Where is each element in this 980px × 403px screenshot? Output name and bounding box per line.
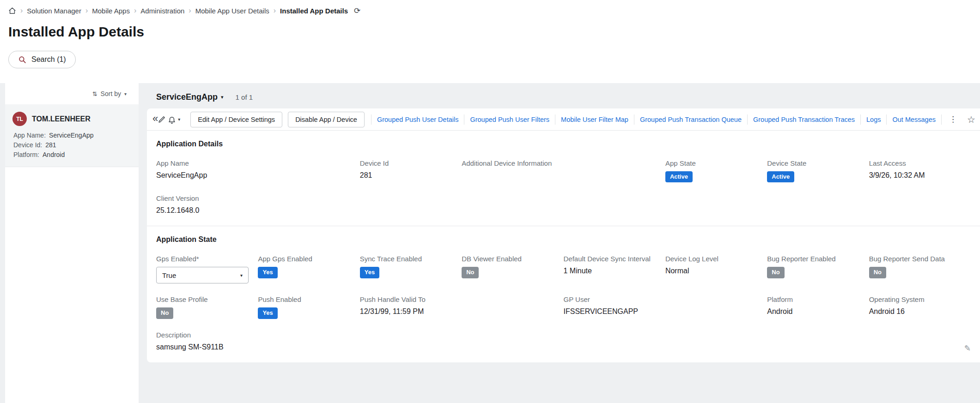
field-label: DB Viewer Enabled	[462, 255, 563, 263]
pen-icon[interactable]: ✎	[964, 343, 971, 353]
refresh-icon[interactable]: ⟳	[354, 7, 360, 15]
field-label: App Name:	[13, 132, 46, 139]
section-title: Application State	[156, 235, 971, 244]
field-row: App Name ServiceEngApp Device Id 281 Add…	[156, 159, 971, 182]
field-value: Android	[767, 307, 869, 317]
toolbar-links: Grouped Push User Details Grouped Push U…	[371, 112, 942, 127]
field-label: Bug Reporter Enabled	[767, 255, 869, 263]
more-options-icon[interactable]: ⋮	[946, 113, 960, 126]
field-value: 281	[45, 141, 56, 149]
field-value: IFSSERVICEENGAPP	[564, 307, 767, 317]
field-row: Gps Enabled* True ▾ App Gps Enabled Yes …	[156, 255, 971, 283]
search-icon	[18, 55, 27, 64]
link-logs[interactable]: Logs	[860, 114, 886, 125]
field-label: Bug Reporter Send Data	[869, 255, 971, 263]
field-last-access: Last Access 3/9/26, 10:32 AM	[869, 159, 971, 182]
field-app-name: App Name ServiceEngApp	[156, 159, 360, 182]
list-item-field-device-id: Device Id:281	[13, 141, 131, 149]
field-label: Platform	[767, 295, 869, 303]
link-out-messages[interactable]: Out Messages	[886, 114, 942, 125]
field-label: Last Access	[869, 159, 971, 167]
field-gp-user: GP User IFSSERVICEENGAPP	[564, 295, 767, 319]
status-badge: No	[462, 267, 479, 278]
breadcrumb-separator-icon: ›	[85, 7, 88, 14]
field-value: 12/31/99, 11:59 PM	[360, 307, 564, 317]
breadcrumb-administration[interactable]: Administration	[140, 7, 184, 15]
field-label: Default Device Sync Interval	[564, 255, 665, 263]
breadcrumb-mobile-app-user-details[interactable]: Mobile App User Details	[195, 7, 269, 15]
record-header: ServiceEngApp ▾ 1 of 1	[147, 83, 980, 108]
field-additional-device-information: Additional Device Information	[462, 159, 665, 182]
record-title[interactable]: ServiceEngApp	[156, 92, 218, 102]
list-item-header: TL TOM.LEENHEER	[12, 112, 131, 126]
field-value	[462, 171, 665, 180]
status-badge: Yes	[360, 267, 379, 278]
status-badge-app-state: Active	[665, 171, 693, 182]
breadcrumb-solution-manager[interactable]: Solution Manager	[27, 7, 81, 15]
page-header: › Solution Manager › Mobile Apps › Admin…	[0, 0, 980, 83]
list-item-name: TOM.LEENHEER	[32, 115, 91, 123]
sidebar: ⇅ Sort by ▾ TL TOM.LEENHEER App Name:Ser…	[5, 83, 139, 403]
field-gps-enabled: Gps Enabled* True ▾	[156, 255, 258, 283]
field-label: Description	[156, 331, 360, 339]
sort-by-label: Sort by	[101, 90, 121, 97]
field-label: Operating System	[869, 295, 971, 303]
link-grouped-push-transaction-queue[interactable]: Grouped Push Transaction Queue	[634, 114, 747, 125]
record-selector-caret-icon[interactable]: ▾	[221, 94, 224, 100]
notifications-control[interactable]: ▾	[166, 115, 185, 124]
status-badge: No	[156, 307, 173, 319]
field-push-handle-valid-to: Push Handle Valid To 12/31/99, 11:59 PM	[360, 295, 564, 319]
field-row: Client Version 25.12.1648.0	[156, 194, 971, 216]
link-grouped-push-user-filters[interactable]: Grouped Push User Filters	[464, 114, 555, 125]
field-label: Gps Enabled*	[156, 255, 258, 263]
edit-app-device-settings-button[interactable]: Edit App / Device Settings	[190, 112, 282, 127]
edit-icon[interactable]	[158, 112, 166, 127]
collapse-list-icon[interactable]: «	[152, 112, 158, 127]
sort-by-control[interactable]: ⇅ Sort by ▾	[5, 83, 139, 104]
field-label: App State	[665, 159, 767, 167]
field-device-state: Device State Active	[767, 159, 869, 182]
chevron-down-icon: ▾	[240, 273, 243, 278]
record-count: 1 of 1	[236, 93, 253, 101]
search-button[interactable]: Search (1)	[8, 51, 76, 68]
status-badge-device-state: Active	[767, 171, 794, 182]
list-item-tom-leenheer[interactable]: TL TOM.LEENHEER App Name:ServiceEngApp D…	[5, 104, 139, 167]
field-use-base-profile: Use Base Profile No	[156, 295, 258, 319]
field-app-state: App State Active	[665, 159, 767, 182]
main-area: ServiceEngApp ▾ 1 of 1 « ▾	[147, 83, 980, 403]
section-application-state: Application State Gps Enabled* True ▾ Ap…	[147, 226, 980, 362]
field-client-version: Client Version 25.12.1648.0	[156, 194, 360, 216]
field-row: Use Base Profile No Push Enabled Yes Pus…	[156, 295, 971, 319]
select-value: True	[162, 271, 176, 279]
chevron-down-icon: ▾	[124, 91, 127, 96]
field-value: 1 Minute	[564, 267, 665, 276]
field-label: Device State	[767, 159, 869, 167]
status-badge: No	[869, 267, 886, 278]
field-value: Android	[43, 151, 65, 158]
content-area: ⇅ Sort by ▾ TL TOM.LEENHEER App Name:Ser…	[0, 83, 980, 403]
search-button-label: Search (1)	[31, 55, 66, 64]
field-device-log-level: Device Log Level Normal	[665, 255, 767, 283]
field-label: Use Base Profile	[156, 295, 258, 303]
link-mobile-user-filter-map[interactable]: Mobile User Filter Map	[555, 114, 634, 125]
status-badge: Yes	[258, 267, 277, 278]
link-grouped-push-transaction-traces[interactable]: Grouped Push Transaction Traces	[747, 114, 860, 125]
link-grouped-push-user-details[interactable]: Grouped Push User Details	[371, 114, 464, 125]
home-icon[interactable]	[8, 7, 16, 15]
breadcrumb-mobile-apps[interactable]: Mobile Apps	[92, 7, 130, 15]
field-value: samsung SM-S911B	[156, 343, 360, 352]
disable-app-device-button[interactable]: Disable App / Device	[288, 112, 365, 127]
list-item-fields: App Name:ServiceEngApp Device Id:281 Pla…	[13, 132, 131, 158]
field-label: Platform:	[13, 151, 39, 158]
field-value: 281	[360, 171, 462, 180]
breadcrumb-current: Installed App Details	[280, 7, 348, 15]
favorite-star-icon[interactable]: ☆	[967, 114, 975, 125]
field-app-gps-enabled: App Gps Enabled Yes	[258, 255, 359, 283]
field-label: GP User	[564, 295, 767, 303]
gps-enabled-select[interactable]: True ▾	[156, 267, 249, 283]
field-bug-reporter-enabled: Bug Reporter Enabled No	[767, 255, 869, 283]
breadcrumb: › Solution Manager › Mobile Apps › Admin…	[8, 5, 980, 17]
status-badge: Yes	[258, 307, 277, 319]
toolbar-right: ⋮ ☆	[942, 113, 975, 126]
chevron-down-icon: ▾	[178, 117, 180, 122]
